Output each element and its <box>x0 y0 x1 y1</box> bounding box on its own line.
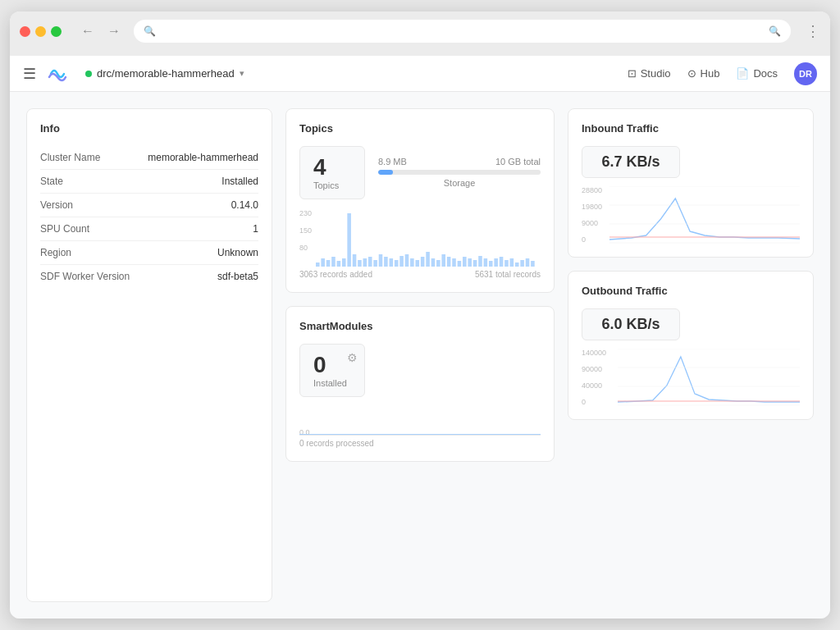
outbound-y-labels: 140000 90000 40000 0 <box>582 349 606 406</box>
info-card: Info Cluster Namememorable-hammerheadSta… <box>26 108 272 602</box>
outbound-chart: 140000 90000 40000 0 <box>582 349 800 406</box>
svg-rect-27 <box>458 261 462 267</box>
app-header: ☰ drc/memorable-hammerhead ▾ ⊡ Studio ⊙ … <box>10 56 830 92</box>
hub-link[interactable]: ⊙ Hub <box>687 67 720 80</box>
svg-rect-17 <box>405 254 409 267</box>
traffic-lights <box>20 26 62 37</box>
browser-menu-icon[interactable]: ⋮ <box>806 22 820 40</box>
svg-rect-34 <box>494 258 498 267</box>
svg-rect-30 <box>473 260 477 267</box>
records-added-label: 3063 records added <box>299 270 372 279</box>
minimize-button[interactable] <box>35 26 46 37</box>
topics-card: Topics 4 Topics 8.9 MB 10 GB total <box>285 108 555 293</box>
svg-rect-40 <box>526 258 530 267</box>
svg-rect-25 <box>447 257 451 267</box>
svg-rect-31 <box>478 256 482 267</box>
sm-chart: 0.0 0 records processed <box>299 407 541 448</box>
svg-rect-16 <box>399 256 404 267</box>
chart-y-max: 230 <box>299 209 312 217</box>
search-icon-address: 🔍 <box>144 25 156 37</box>
svg-rect-22 <box>431 258 436 267</box>
svg-rect-0 <box>316 262 320 267</box>
svg-rect-14 <box>390 258 394 267</box>
inbound-chart: 28800 19800 9000 0 <box>582 186 800 244</box>
cluster-status-dot <box>85 71 92 77</box>
info-row: Version0.14.0 <box>40 194 258 217</box>
svg-rect-35 <box>500 257 504 267</box>
svg-rect-1 <box>321 258 325 267</box>
sm-records-label: 0 records processed <box>299 435 541 448</box>
info-row-value: sdf-beta5 <box>217 271 258 282</box>
info-row-value: Installed <box>221 176 258 187</box>
svg-rect-3 <box>331 257 336 267</box>
smartmodules-stat: ⚙ 0 Installed <box>299 344 365 397</box>
gear-icon: ⚙ <box>347 351 358 364</box>
total-records-label: 5631 total records <box>475 270 541 279</box>
info-row-label: SDF Worker Version <box>40 271 130 282</box>
svg-rect-32 <box>484 258 488 267</box>
svg-rect-10 <box>368 257 372 267</box>
storage-used-label: 8.9 MB <box>378 157 407 167</box>
storage-bar <box>378 170 541 175</box>
svg-rect-2 <box>326 260 331 267</box>
storage-total-label: 10 GB total <box>495 157 541 167</box>
back-button[interactable]: ← <box>76 20 99 43</box>
svg-rect-29 <box>468 258 472 267</box>
svg-rect-41 <box>531 261 535 267</box>
chart-y-mid: 150 <box>299 226 312 235</box>
address-bar[interactable]: 🔍 🔍 <box>134 20 791 43</box>
smartmodules-card: SmartModules ⚙ 0 Installed 0.0 0 recor <box>285 306 555 462</box>
svg-rect-23 <box>436 260 441 267</box>
svg-rect-7 <box>353 254 357 267</box>
svg-rect-20 <box>421 257 425 267</box>
storage-fill <box>378 170 393 175</box>
storage-section: 8.9 MB 10 GB total Storage <box>378 146 541 199</box>
outbound-value: 6.0 KB/s <box>582 308 680 340</box>
svg-rect-39 <box>520 260 524 267</box>
chevron-down-icon: ▾ <box>240 68 244 79</box>
close-button[interactable] <box>20 26 30 37</box>
docs-link[interactable]: 📄 Docs <box>736 67 778 80</box>
inbound-value: 6.7 KB/s <box>582 146 680 178</box>
storage-center-label: Storage <box>378 178 541 188</box>
svg-rect-15 <box>395 260 399 267</box>
svg-rect-5 <box>342 258 346 267</box>
smartmodules-title: SmartModules <box>299 320 541 332</box>
maximize-button[interactable] <box>51 26 62 37</box>
info-row: RegionUnknown <box>40 241 258 265</box>
info-row: Cluster Namememorable-hammerhead <box>40 146 258 170</box>
svg-rect-11 <box>373 260 377 267</box>
sm-count: 0 <box>313 353 351 378</box>
info-row: SPU Count1 <box>40 217 258 241</box>
avatar[interactable]: DR <box>794 62 817 85</box>
topics-chart: 230 150 80 <box>299 209 541 267</box>
svg-rect-19 <box>415 260 419 267</box>
svg-rect-37 <box>510 258 514 267</box>
hub-icon: ⊙ <box>687 67 696 80</box>
info-row-label: Version <box>40 199 73 211</box>
info-row-value: memorable-hammerhead <box>148 152 258 163</box>
info-row-value: 1 <box>253 223 258 235</box>
logo <box>46 62 69 85</box>
search-icon-right: 🔍 <box>769 25 781 37</box>
outbound-title: Outbound Traffic <box>582 285 800 297</box>
svg-rect-26 <box>452 258 456 267</box>
svg-rect-13 <box>384 257 388 267</box>
outbound-traffic-card: Outbound Traffic 6.0 KB/s 140000 90000 4… <box>568 271 814 420</box>
inbound-title: Inbound Traffic <box>582 122 800 135</box>
info-row: SDF Worker Versionsdf-beta5 <box>40 265 258 288</box>
inbound-traffic-card: Inbound Traffic 6.7 KB/s 28800 19800 900… <box>568 108 814 258</box>
topics-count-label: Topics <box>313 180 351 190</box>
svg-rect-12 <box>379 254 383 267</box>
hamburger-icon[interactable]: ☰ <box>23 65 36 83</box>
cluster-badge[interactable]: drc/memorable-hammerhead ▾ <box>85 67 244 80</box>
forward-button[interactable]: → <box>103 20 126 43</box>
studio-link[interactable]: ⊡ Studio <box>628 67 671 80</box>
topics-title: Topics <box>299 122 541 135</box>
studio-icon: ⊡ <box>628 67 637 80</box>
topics-stat: 4 Topics <box>299 146 365 199</box>
svg-rect-8 <box>358 260 362 267</box>
svg-rect-28 <box>463 257 467 267</box>
sm-count-label: Installed <box>313 378 351 388</box>
chart-y-low: 80 <box>299 244 308 252</box>
